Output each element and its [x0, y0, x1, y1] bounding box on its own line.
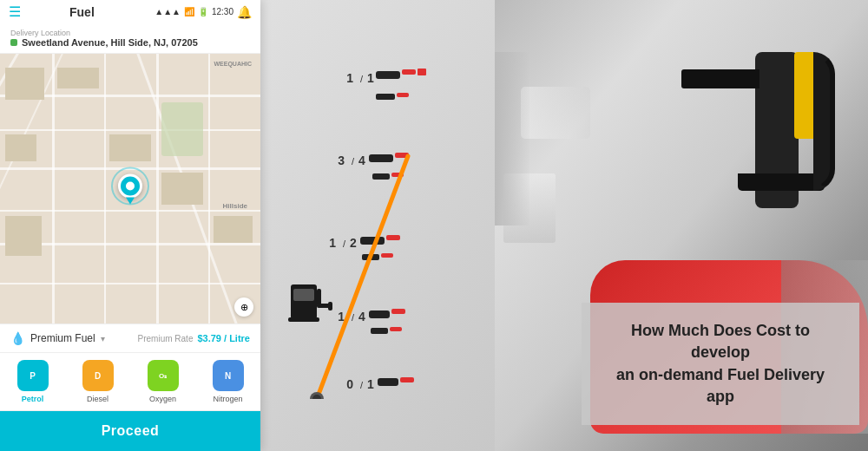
- svg-text:/: /: [352, 156, 355, 167]
- map-green-area: [161, 102, 203, 156]
- oxygen-icon: O₂: [148, 360, 179, 391]
- svg-text:1: 1: [367, 377, 374, 391]
- overlay-line1: How Much Does Cost to develop: [631, 322, 810, 361]
- overlay-text: How Much Does Cost to develop an on-dema…: [602, 320, 838, 408]
- map-block: [214, 216, 253, 243]
- svg-rect-9: [376, 71, 400, 79]
- svg-rect-19: [372, 173, 390, 180]
- map-area[interactable]: WEEQUAHIC Hillside ⊕: [0, 54, 260, 324]
- oxygen-label: Oxygen: [149, 395, 176, 403]
- app-title: Fuel: [69, 5, 95, 19]
- chrome-left: [495, 52, 529, 226]
- diesel-label: Diesel: [87, 395, 108, 403]
- svg-rect-12: [376, 94, 395, 100]
- svg-rect-1: [293, 289, 314, 301]
- map-block: [57, 68, 99, 89]
- pin-pulse: [111, 167, 149, 205]
- nozzle-tip: [738, 173, 825, 191]
- status-bar: ☰ Fuel ▲▲▲ 📶 🔋 12:30 🔔: [0, 0, 260, 23]
- svg-rect-27: [381, 253, 393, 258]
- address-text: Sweetland Avenue, Hill Side, NJ, 07205: [22, 37, 198, 48]
- fuel-drop-icon: 💧: [10, 331, 25, 345]
- battery-icon: 🔋: [198, 7, 208, 16]
- proceed-button[interactable]: Proceed: [0, 411, 260, 451]
- diesel-icon: D: [82, 360, 114, 391]
- svg-rect-13: [397, 93, 409, 97]
- svg-text:4: 4: [358, 310, 365, 324]
- svg-text:1: 1: [346, 71, 353, 85]
- svg-text:/: /: [343, 239, 346, 249]
- delivery-label: Delivery Location: [10, 29, 250, 37]
- nitrogen-icon: N: [213, 360, 244, 391]
- map-block: [109, 134, 151, 161]
- fuel-selector[interactable]: 💧 Premium Fuel ▾ Premium Rate $3.79 / Li…: [0, 324, 260, 353]
- rate-value: $3.79 / Litre: [197, 333, 250, 343]
- fuel-name: Premium Fuel: [30, 332, 95, 344]
- svg-rect-5: [288, 317, 319, 322]
- gauge-container: 1 / 1 3 / 4 1 / 2 1: [282, 52, 473, 399]
- nitrogen-label: Nitrogen: [213, 395, 242, 403]
- map-label-weequahic: WEEQUAHIC: [214, 61, 252, 67]
- delivery-address: Sweetland Avenue, Hill Side, NJ, 07205: [10, 37, 250, 48]
- map-pin: [118, 173, 142, 204]
- fuel-tab-diesel[interactable]: D Diesel: [65, 360, 130, 403]
- svg-rect-11: [418, 69, 426, 75]
- svg-text:1: 1: [329, 236, 336, 250]
- svg-rect-31: [369, 310, 390, 318]
- svg-text:/: /: [360, 380, 364, 390]
- svg-rect-25: [386, 235, 400, 240]
- petrol-icon: P: [17, 360, 49, 391]
- status-time: 12:30: [212, 7, 233, 16]
- map-background: WEEQUAHIC Hillside ⊕: [0, 54, 260, 324]
- fuel-tab-nitrogen[interactable]: N Nitrogen: [195, 360, 260, 403]
- fuel-pump-icon: [286, 271, 334, 338]
- hamburger-icon[interactable]: ☰: [9, 3, 21, 20]
- status-left: ☰ Fuel: [9, 3, 95, 20]
- fuel-pump-photo: How Much Does Cost to develop an on-dema…: [495, 0, 868, 451]
- svg-rect-38: [378, 378, 398, 386]
- overlay-line2: an on-demand Fuel Delivery app: [616, 366, 825, 405]
- signal-icon: ▲▲▲: [155, 7, 181, 16]
- fuel-tabs: P Petrol D Diesel O₂ Oxygen N Nitrogen: [0, 353, 260, 411]
- fuel-tab-petrol[interactable]: P Petrol: [0, 360, 65, 403]
- status-right: ▲▲▲ 📶 🔋 12:30 🔔: [155, 5, 252, 19]
- svg-text:0: 0: [346, 377, 353, 391]
- map-label-hillside: Hillside: [223, 202, 247, 210]
- svg-text:3: 3: [338, 154, 345, 167]
- chrome-highlight: [521, 87, 590, 139]
- fuel-chevron-icon: ▾: [101, 334, 105, 343]
- svg-rect-34: [390, 327, 402, 331]
- svg-rect-24: [360, 237, 385, 245]
- nozzle-hose: [681, 69, 760, 88]
- nozzle-hook: [813, 52, 835, 191]
- map-block: [5, 216, 42, 257]
- svg-text:1: 1: [367, 71, 374, 85]
- svg-text:4: 4: [358, 154, 365, 167]
- fuel-left: 💧 Premium Fuel ▾: [10, 331, 105, 345]
- bell-icon[interactable]: 🔔: [237, 5, 252, 19]
- rate-label: Premium Rate: [138, 334, 194, 343]
- map-block: [5, 68, 44, 100]
- fuel-rate-section: Premium Rate $3.79 / Litre: [138, 333, 250, 343]
- svg-rect-3: [317, 304, 330, 308]
- petrol-label: Petrol: [22, 395, 44, 403]
- svg-text:2: 2: [350, 236, 357, 250]
- right-section: How Much Does Cost to develop an on-dema…: [495, 0, 868, 451]
- svg-rect-39: [400, 377, 414, 382]
- my-location-icon[interactable]: ⊕: [234, 297, 253, 317]
- svg-rect-10: [402, 69, 416, 75]
- location-dot: [10, 39, 17, 46]
- fuel-gauge-section: 1 / 1 3 / 4 1 / 2 1: [260, 0, 495, 451]
- map-block: [161, 173, 203, 205]
- svg-rect-4: [328, 302, 332, 310]
- svg-rect-17: [369, 154, 393, 162]
- text-overlay: How Much Does Cost to develop an on-dema…: [582, 303, 859, 425]
- svg-text:/: /: [360, 74, 364, 84]
- fuel-tab-oxygen[interactable]: O₂ Oxygen: [130, 360, 195, 403]
- svg-text:/: /: [352, 312, 355, 323]
- map-block: [5, 134, 36, 161]
- delivery-location-bar: Delivery Location Sweetland Avenue, Hill…: [0, 23, 260, 54]
- phone-mockup: ☰ Fuel ▲▲▲ 📶 🔋 12:30 🔔 Delivery Location…: [0, 0, 260, 451]
- svg-rect-33: [371, 328, 388, 334]
- wifi-icon: 📶: [184, 7, 194, 16]
